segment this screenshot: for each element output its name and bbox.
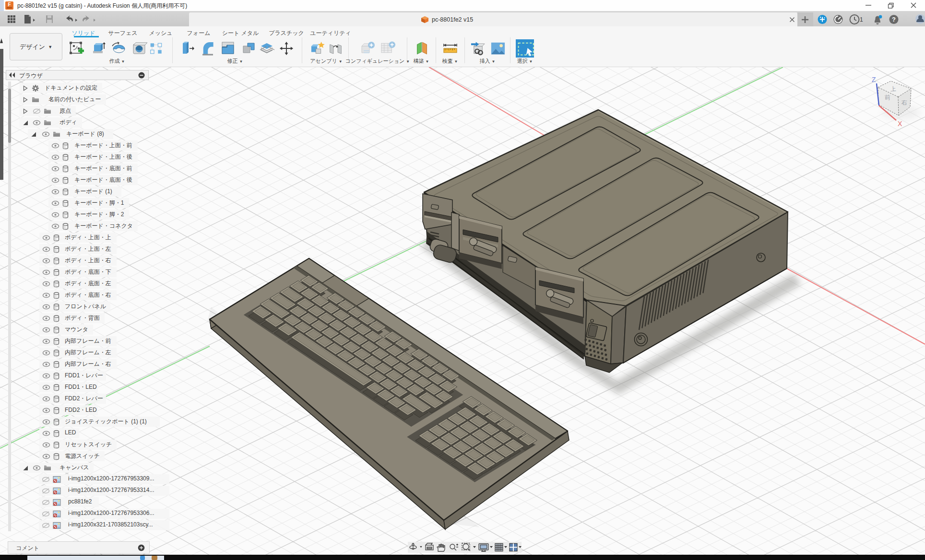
svg-text:右: 右 bbox=[901, 99, 907, 106]
svg-text:X: X bbox=[898, 120, 902, 128]
svg-text:前: 前 bbox=[885, 94, 890, 101]
svg-text:?: ? bbox=[892, 16, 896, 23]
svg-text:Z: Z bbox=[872, 76, 876, 83]
svg-text:F: F bbox=[8, 2, 11, 7]
svg-text:1: 1 bbox=[860, 16, 863, 23]
svg-text:上: 上 bbox=[890, 85, 896, 93]
